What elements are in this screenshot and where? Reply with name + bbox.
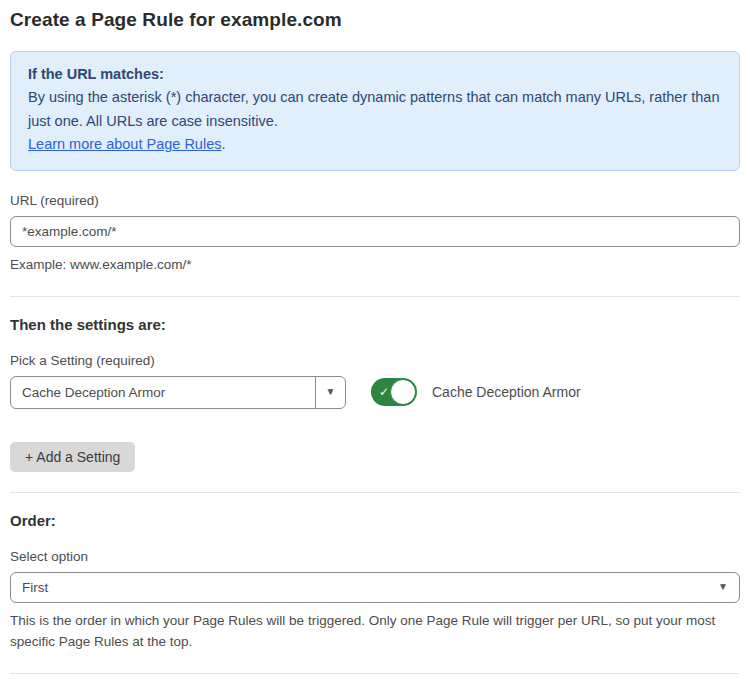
add-setting-wrap: + Add a Setting	[10, 442, 740, 472]
chevron-down-icon: ▼	[718, 582, 728, 592]
divider	[10, 673, 740, 674]
setting-select[interactable]: Cache Deception Armor ▼	[10, 376, 346, 409]
url-input[interactable]	[10, 216, 740, 247]
toggle-knob	[390, 379, 416, 405]
info-box-heading: If the URL matches:	[28, 63, 722, 86]
add-setting-button[interactable]: + Add a Setting	[10, 442, 135, 472]
divider	[10, 492, 740, 493]
order-select[interactable]: First ▼	[10, 572, 740, 603]
setting-select-arrow-button[interactable]: ▼	[315, 377, 345, 408]
check-icon: ✓	[379, 385, 389, 399]
setting-select-value: Cache Deception Armor	[11, 377, 315, 408]
link-period: .	[221, 136, 225, 152]
order-helper-text: This is the order in which your Page Rul…	[10, 611, 740, 653]
url-field-label: URL (required)	[10, 193, 740, 208]
url-example-helper: Example: www.example.com/*	[10, 255, 740, 276]
pick-setting-label: Pick a Setting (required)	[10, 353, 740, 368]
toggle-label: Cache Deception Armor	[432, 384, 581, 400]
info-box-link-line: Learn more about Page Rules.	[28, 133, 722, 156]
divider	[10, 296, 740, 297]
settings-section-heading: Then the settings are:	[10, 316, 740, 333]
url-match-info-box: If the URL matches: By using the asteris…	[10, 51, 740, 171]
learn-more-link[interactable]: Learn more about Page Rules	[28, 136, 221, 152]
cache-deception-armor-toggle[interactable]: ✓	[371, 378, 417, 406]
setting-row: Cache Deception Armor ▼ ✓ Cache Deceptio…	[10, 376, 740, 409]
create-page-rule-form: Create a Page Rule for example.com If th…	[0, 0, 750, 679]
info-box-body: By using the asterisk (*) character, you…	[28, 86, 722, 133]
order-select-value: First	[22, 580, 718, 595]
order-section-heading: Order:	[10, 512, 740, 529]
chevron-down-icon: ▼	[326, 387, 336, 397]
select-option-label: Select option	[10, 549, 740, 564]
page-title: Create a Page Rule for example.com	[10, 9, 740, 31]
